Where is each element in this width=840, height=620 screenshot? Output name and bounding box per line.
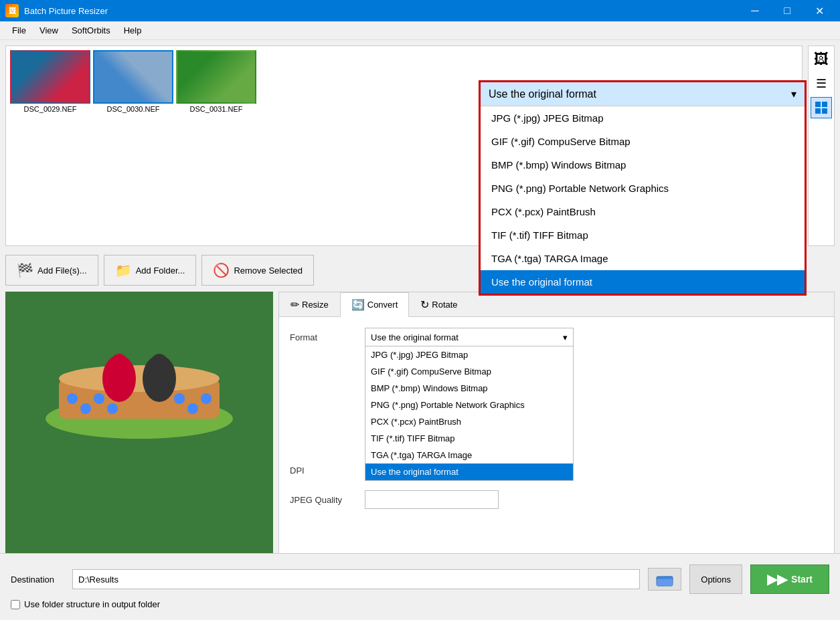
svg-point-10 [94,393,104,404]
format-dropdown-wrapper: Use the original format ▾ JPG (*.jpg) JP… [365,328,574,346]
add-folder-button[interactable]: 📁 Add Folder... [104,255,197,286]
format-option-jpg[interactable]: JPG (*.jpg) JPEG Bitmap [365,346,573,363]
thumbnail-item[interactable]: DSC_0031.NEF [176,50,256,113]
form-area: Format Use the original format ▾ JPG (*.… [279,317,834,520]
sidebar-grid-icon[interactable] [811,97,832,118]
start-label: Start [791,574,813,585]
bottom-bar: Destination Options ▶▶ Start Use folder … [0,553,840,620]
add-folder-icon: 📁 [115,262,132,278]
add-files-icon: 🏁 [17,262,33,278]
svg-point-8 [67,393,78,404]
format-option-tga[interactable]: TGA (*.tga) TARGA Image [365,447,573,463]
menu-softorbits[interactable]: SoftOrbits [65,23,117,38]
maximize-button[interactable]: □ [772,0,803,21]
svg-point-11 [107,403,118,414]
format-overlay-chevron: ▾ [791,88,796,100]
format-overlay-list: JPG (*.jpg) JPEG Bitmap GIF (*.gif) Comp… [481,106,805,294]
side-toolbar: 🖼 ☰ [808,45,835,246]
remove-selected-button[interactable]: 🚫 Remove Selected [201,255,314,286]
format-option-pcx[interactable]: PCX (*.pcx) PaintBrush [365,413,573,430]
tab-bar: ✏ Resize 🔄 Convert ↻ Rotate [279,292,834,317]
window-controls: ─ □ ✕ [740,0,835,21]
svg-rect-2 [815,108,821,114]
thumbnail-item[interactable]: DSC_0030.NEF [93,50,173,113]
options-button[interactable]: Options [689,564,742,594]
tab-rotate[interactable]: ↻ Rotate [409,292,469,316]
add-files-label: Add File(s)... [37,266,87,276]
svg-point-13 [187,403,198,414]
jpeg-quality-row: JPEG Quality [290,490,823,509]
format-chevron-icon: ▾ [563,332,568,342]
close-button[interactable]: ✕ [804,0,835,21]
overlay-option-gif[interactable]: GIF (*.gif) CompuServe Bitmap [481,130,805,153]
svg-rect-0 [815,102,821,107]
format-option-bmp[interactable]: BMP (*.bmp) Windows Bitmap [365,380,573,397]
add-folder-label: Add Folder... [136,266,185,276]
start-arrow-icon: ▶▶ [767,571,787,587]
format-selected-value: Use the original format [371,332,458,342]
svg-rect-1 [822,102,827,107]
sidebar-list-icon[interactable]: ☰ [811,73,832,94]
tab-convert-label: Convert [367,300,398,310]
remove-label: Remove Selected [234,266,303,276]
svg-rect-20 [657,579,673,586]
browse-button[interactable] [648,568,681,591]
app-icon: 🖼 [5,4,19,17]
add-files-button[interactable]: 🏁 Add File(s)... [5,255,98,286]
svg-point-14 [201,393,212,404]
format-dropdown-header[interactable]: Use the original format ▾ [365,328,574,346]
start-button[interactable]: ▶▶ Start [750,564,829,594]
titlebar: 🖼 Batch Picture Resizer ─ □ ✕ [0,0,840,21]
folder-structure-checkbox[interactable] [11,600,20,609]
format-label: Format [290,332,357,342]
format-row: Format Use the original format ▾ JPG (*.… [290,328,823,346]
resize-icon: ✏ [290,298,299,311]
destination-input[interactable] [72,569,640,589]
overlay-option-jpg[interactable]: JPG (*.jpg) JPEG Bitmap [481,106,805,130]
svg-point-17 [111,354,127,370]
menubar: File View SoftOrbits Help [0,21,840,40]
svg-point-12 [174,393,185,404]
overlay-option-bmp[interactable]: BMP (*.bmp) Windows Bitmap [481,153,805,177]
format-overlay-header[interactable]: Use the original format ▾ [481,82,805,106]
overlay-option-tga[interactable]: TGA (*.tga) TARGA Image [481,247,805,270]
format-dropdown-list: JPG (*.jpg) JPEG Bitmap GIF (*.gif) Comp… [365,346,574,481]
overlay-option-tif[interactable]: TIF (*.tif) TIFF Bitmap [481,223,805,247]
app-title: Batch Picture Resizer [24,6,740,16]
format-option-gif[interactable]: GIF (*.gif) CompuServe Bitmap [365,363,573,380]
tab-resize-label: Resize [302,300,329,310]
svg-point-7 [59,365,220,392]
convert-icon: 🔄 [351,298,365,311]
minimize-button[interactable]: ─ [740,0,770,21]
format-overlay-selected: Use the original format [489,88,596,100]
tab-rotate-label: Rotate [432,300,457,310]
format-option-original[interactable]: Use the original format [365,463,573,480]
svg-point-18 [151,354,167,370]
svg-rect-3 [822,108,827,114]
overlay-option-pcx[interactable]: PCX (*.pcx) PaintBrush [481,200,805,223]
format-option-tif[interactable]: TIF (*.tif) TIFF Bitmap [365,430,573,447]
svg-point-9 [80,403,91,414]
thumbnail-item[interactable]: DSC_0029.NEF [10,50,90,113]
sidebar-add-icon[interactable]: 🖼 [811,49,832,70]
rotate-icon: ↻ [420,298,429,311]
thumbnail-label: DSC_0030.NEF [107,105,160,113]
menu-view[interactable]: View [33,23,65,38]
tab-resize[interactable]: ✏ Resize [279,292,340,316]
menu-help[interactable]: Help [117,23,149,38]
format-option-png[interactable]: PNG (*.png) Portable Network Graphics [365,397,573,413]
overlay-option-png[interactable]: PNG (*.png) Portable Network Graphics [481,177,805,200]
folder-structure-row: Use folder structure in output folder [11,599,829,609]
format-overlay: Use the original format ▾ JPG (*.jpg) JP… [479,80,807,296]
menu-file[interactable]: File [5,23,33,38]
jpeg-quality-input[interactable] [365,490,499,509]
remove-icon: 🚫 [213,262,230,278]
destination-label: Destination [11,575,64,585]
destination-row: Destination Options ▶▶ Start [11,564,829,594]
overlay-option-original[interactable]: Use the original format [481,270,805,294]
tab-convert[interactable]: 🔄 Convert [340,292,410,317]
dpi-label: DPI [290,466,357,476]
folder-structure-label: Use folder structure in output folder [24,599,160,609]
thumbnail-label: DSC_0031.NEF [190,105,243,113]
thumbnail-label: DSC_0029.NEF [24,105,77,113]
